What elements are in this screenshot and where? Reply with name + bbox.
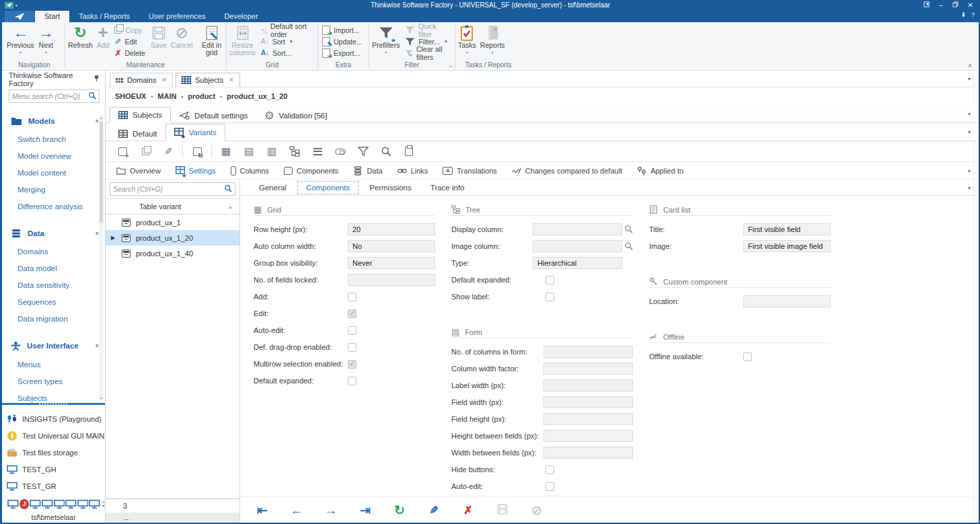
field-width-field[interactable] (543, 396, 633, 408)
auto-column-width-field[interactable] (348, 240, 435, 252)
tab-subjects[interactable]: Subjects (110, 107, 171, 123)
help-icon[interactable]: ? (971, 11, 975, 18)
next-record-button[interactable] (324, 504, 338, 517)
group-box-visibility-field[interactable] (348, 257, 435, 269)
location-field[interactable] (743, 295, 831, 307)
sidebar-item-difference-analysis[interactable]: Difference analysis (2, 198, 105, 215)
sidebar-item-model-content[interactable]: Model content (2, 165, 105, 182)
monitor-icon[interactable] (65, 499, 77, 509)
edit-record-button[interactable] (426, 504, 441, 517)
add-button[interactable]: Add (95, 22, 112, 49)
sidebar-section-models[interactable]: Models » (2, 115, 105, 131)
field-height-field[interactable] (543, 413, 633, 425)
view-tab-settings[interactable]: ★ Settings (176, 165, 216, 176)
sidebar-item-sequences[interactable]: Sequences (2, 294, 105, 311)
default-sort-order-button[interactable]: Default sort order (258, 24, 317, 36)
show-label-checkbox[interactable] (545, 293, 554, 301)
sidebar-item-subjects[interactable]: Subjects (2, 390, 105, 403)
sorted-list-button[interactable] (311, 145, 324, 157)
update-button[interactable]: ✎ Update... (319, 36, 366, 47)
variant-search[interactable] (110, 182, 235, 196)
tab-overflow-icon[interactable]: ▾ (968, 129, 971, 135)
view-tab-links[interactable]: Links (398, 166, 428, 176)
cancel-button[interactable]: Cancel (169, 22, 195, 49)
row-height-field[interactable] (348, 223, 435, 235)
paste-button[interactable] (403, 145, 415, 157)
tab-overflow-icon[interactable]: ▾ (968, 184, 971, 190)
sidebar-item-insights[interactable]: INSIGHTS (Playground) (2, 411, 105, 428)
ribbon-tab-tasks-reports[interactable]: Tasks / Reports (69, 11, 139, 22)
ribbon-pin-icon[interactable]: ⬇ (960, 11, 966, 18)
ribbon-tab-start[interactable]: Start (35, 11, 69, 22)
monitor-icon[interactable] (30, 499, 41, 509)
session-badge[interactable]: J (20, 499, 30, 509)
dock-icon[interactable] (924, 1, 930, 9)
sidebar-item-merging[interactable]: Merging (2, 182, 105, 198)
previous-record-button[interactable] (289, 504, 304, 517)
refresh-button[interactable]: Refresh (66, 22, 95, 49)
close-tab-icon[interactable]: ✕ (161, 77, 167, 83)
session-overflow-icon[interactable]: »▾ (102, 500, 105, 508)
menu-search[interactable] (9, 89, 100, 103)
add-checkbox[interactable] (348, 293, 356, 301)
next-button[interactable]: Next ▾ (36, 22, 56, 54)
scroll-down-icon[interactable]: ▾ (99, 396, 104, 400)
prefilters-button[interactable]: ★ Prefilters ▾ (370, 22, 402, 54)
cancel-record-button[interactable] (529, 504, 544, 517)
column-width-factor-field[interactable] (543, 363, 633, 375)
sidebar-section-data[interactable]: Data » (2, 227, 105, 244)
search-button[interactable] (380, 145, 392, 157)
edit-button[interactable] (162, 145, 174, 157)
form-view-button[interactable] (243, 145, 255, 157)
columns-in-form-field[interactable] (543, 346, 633, 358)
sidebar-item-data-sensitivity[interactable]: Data sensitivity (2, 277, 105, 294)
tab-default-settings[interactable]: Default settings (171, 108, 256, 123)
save-button[interactable]: Save (149, 22, 169, 49)
monitor-icon[interactable] (89, 499, 100, 509)
breadcrumb-item[interactable]: SHOEUX (115, 92, 146, 100)
sidebar-section-user-interface[interactable]: User Interface » (2, 340, 105, 357)
hide-buttons-checkbox[interactable] (545, 465, 554, 474)
multirow-selection-checkbox[interactable] (348, 360, 356, 369)
drag-drop-checkbox[interactable] (348, 343, 356, 352)
pin-icon[interactable] (93, 75, 100, 83)
sort-button[interactable]: Sort ▾ (258, 36, 317, 47)
ribbon-tab-developer[interactable]: Developer (215, 11, 267, 22)
delete-record-button[interactable] (461, 504, 476, 517)
variant-search-input[interactable] (113, 185, 224, 193)
label-width-field[interactable] (543, 379, 633, 391)
menu-search-input[interactable] (12, 92, 88, 100)
copy-variant-button[interactable] (139, 145, 151, 157)
fields-locked-field[interactable] (348, 274, 435, 286)
refresh-grid-button[interactable] (191, 145, 203, 157)
view-tab-data[interactable]: Data (353, 166, 382, 176)
save-record-button[interactable] (495, 504, 510, 517)
sidebar-item-test-files-storage[interactable]: Test files storage (2, 445, 105, 461)
previous-button[interactable]: Previous ▾ (5, 22, 36, 54)
sidebar-item-switch-branch[interactable]: Switch branch (2, 131, 105, 148)
restore-icon[interactable] (952, 1, 958, 9)
sort-advanced-button[interactable]: Sort... (258, 47, 317, 59)
filter-button[interactable] (357, 145, 369, 157)
add-variant-button[interactable] (116, 145, 128, 157)
list-view-button[interactable] (266, 145, 278, 157)
last-record-button[interactable] (358, 504, 373, 517)
filter-dialog-launcher-icon[interactable]: ⌐ (449, 63, 453, 69)
toggle-field-button[interactable] (334, 145, 346, 157)
tab-variants[interactable]: ★ Variants (165, 124, 225, 141)
tab-overflow-icon[interactable]: ▾ (968, 111, 971, 117)
tree-default-expanded-checkbox[interactable] (545, 276, 554, 285)
offline-available-checkbox[interactable] (743, 352, 752, 361)
tree-type-field[interactable] (533, 257, 622, 269)
view-tab-translations[interactable]: Translations (443, 167, 497, 175)
export-button[interactable]: ➜ Export... (319, 47, 366, 59)
edit-checkbox[interactable] (348, 309, 356, 318)
tree-view-button[interactable] (289, 145, 301, 157)
resize-columns-button[interactable]: Resize columns (227, 22, 258, 57)
view-tab-columns[interactable]: Columns (231, 166, 269, 176)
copy-button[interactable]: Copy (111, 24, 148, 36)
display-column-field[interactable] (533, 223, 622, 235)
monitor-icon[interactable] (77, 499, 89, 509)
detail-tab-general[interactable]: General (251, 182, 295, 194)
width-between-fields-field[interactable] (543, 447, 633, 459)
